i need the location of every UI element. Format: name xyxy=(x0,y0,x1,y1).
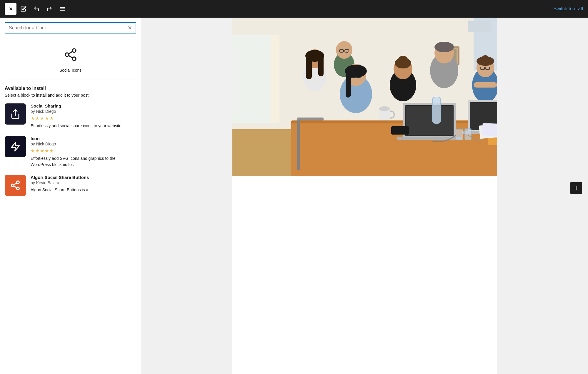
search-clear-button[interactable]: ✕ xyxy=(128,25,132,31)
icon-plugin-info: Icon by Nick Diego ★ ★ ★ ★ ★ Effortlessl… xyxy=(31,136,136,168)
editor-area: + + xyxy=(141,18,588,374)
social-sharing-desc: Effortlessly add social share icons to y… xyxy=(31,123,136,129)
social-sharing-author: by Nick Diego xyxy=(31,109,136,114)
star-4: ★ xyxy=(45,115,49,121)
icon-plugin-name: Icon xyxy=(31,136,136,141)
star-1: ★ xyxy=(31,115,35,121)
icon-plugin-stars: ★ ★ ★ ★ ★ xyxy=(31,148,136,154)
left-panel: social icons ✕ Social Icons Available to… xyxy=(0,18,141,374)
svg-rect-60 xyxy=(406,106,453,135)
algori-plugin-info: Algori Social Share Buttons by Kevin Baz… xyxy=(31,175,136,193)
algori-plugin-desc: Algori Social Share Buttons is a xyxy=(31,187,136,193)
switch-to-draft-button[interactable]: Switch to draft xyxy=(554,6,583,11)
svg-line-14 xyxy=(14,183,17,185)
undo-button[interactable] xyxy=(31,3,42,15)
svg-rect-36 xyxy=(318,56,324,76)
algori-plugin-icon xyxy=(5,175,26,196)
featured-image xyxy=(232,18,497,176)
photo-svg xyxy=(232,18,497,176)
svg-point-56 xyxy=(481,55,489,63)
svg-rect-75 xyxy=(297,118,300,170)
svg-marker-9 xyxy=(11,142,19,151)
star-3: ★ xyxy=(40,148,44,154)
svg-line-13 xyxy=(14,186,17,188)
svg-rect-70 xyxy=(456,129,463,140)
star-5: ★ xyxy=(49,115,54,121)
icon-plugin-icon xyxy=(5,136,26,157)
svg-rect-61 xyxy=(397,137,462,140)
add-block-button-float[interactable]: + xyxy=(570,182,582,194)
icon-plugin-author: by Nick Diego xyxy=(31,142,136,146)
svg-rect-35 xyxy=(306,56,312,79)
social-icons-block-result[interactable]: Social Icons xyxy=(5,41,136,77)
star-3: ★ xyxy=(40,115,44,121)
star-5: ★ xyxy=(49,148,54,154)
star-2: ★ xyxy=(35,115,39,121)
svg-rect-20 xyxy=(271,35,279,123)
svg-rect-22 xyxy=(468,21,491,32)
algori-plugin-name: Algori Social Share Buttons xyxy=(31,175,136,180)
algori-plugin-author: by Kevin Bazira xyxy=(31,180,136,185)
social-sharing-name: Social Sharing xyxy=(31,103,136,108)
svg-rect-65 xyxy=(432,97,441,123)
svg-rect-76 xyxy=(297,118,324,120)
search-input[interactable]: social icons xyxy=(9,25,128,31)
svg-line-7 xyxy=(69,51,73,54)
svg-point-47 xyxy=(395,58,411,68)
editor-content: + xyxy=(232,18,497,374)
edit-button[interactable] xyxy=(18,3,29,15)
svg-rect-74 xyxy=(482,123,497,136)
svg-rect-43 xyxy=(346,71,351,98)
section-divider xyxy=(5,80,136,80)
search-box: social icons ✕ xyxy=(5,22,136,33)
redo-button[interactable] xyxy=(44,3,55,15)
menu-icon xyxy=(59,6,65,12)
star-2: ★ xyxy=(35,148,39,154)
available-section-title: Available to install xyxy=(5,86,136,91)
star-4: ★ xyxy=(45,148,49,154)
undo-icon xyxy=(34,6,39,12)
plugin-item-icon[interactable]: Icon by Nick Diego ★ ★ ★ ★ ★ Effortlessl… xyxy=(5,136,136,168)
main-area: social icons ✕ Social Icons Available to… xyxy=(0,18,588,374)
available-section-subtitle: Select a block to install and add it to … xyxy=(5,93,136,98)
svg-rect-71 xyxy=(465,129,471,140)
social-sharing-stars: ★ ★ ★ ★ ★ xyxy=(31,115,136,121)
redo-icon xyxy=(46,6,52,12)
close-button[interactable]: ✕ xyxy=(5,3,16,15)
menu-button[interactable] xyxy=(56,3,68,15)
plugin-item-algori[interactable]: Algori Social Share Buttons by Kevin Baz… xyxy=(5,175,136,196)
social-sharing-icon xyxy=(5,103,26,125)
svg-rect-72 xyxy=(391,126,409,135)
svg-point-28 xyxy=(336,41,352,59)
social-sharing-info: Social Sharing by Nick Diego ★ ★ ★ ★ ★ E… xyxy=(31,103,136,129)
svg-rect-57 xyxy=(474,82,497,88)
toolbar: ✕ Switch to draft xyxy=(0,0,588,18)
star-1: ★ xyxy=(31,148,35,154)
svg-line-6 xyxy=(69,56,73,58)
svg-point-67 xyxy=(379,106,390,111)
share-icon xyxy=(64,48,78,64)
svg-point-50 xyxy=(434,42,454,52)
pencil-icon xyxy=(21,6,26,12)
available-section: Available to install Select a block to i… xyxy=(5,86,136,196)
social-icons-label: Social Icons xyxy=(59,68,81,73)
icon-plugin-desc: Effortlessly add SVG icons and graphics … xyxy=(31,155,136,168)
toolbar-left: ✕ xyxy=(5,3,68,15)
plugin-item-social-sharing[interactable]: Social Sharing by Nick Diego ★ ★ ★ ★ ★ E… xyxy=(5,103,136,129)
